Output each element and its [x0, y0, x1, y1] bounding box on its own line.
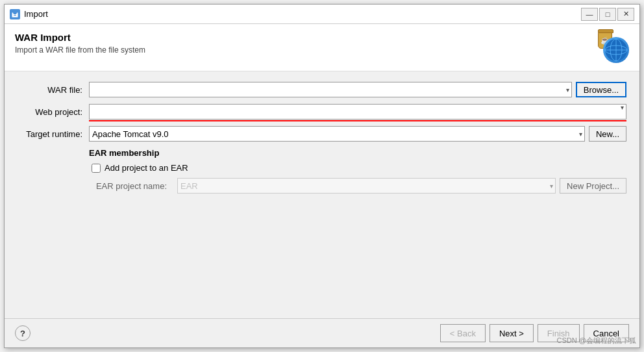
target-runtime-select-wrap: Apache Tomcat v9.0 ▾: [89, 126, 585, 142]
target-runtime-select[interactable]: Apache Tomcat v9.0: [89, 126, 585, 142]
add-ear-row: Add project to an EAR: [92, 163, 626, 173]
web-project-select-wrap: ▾: [89, 104, 626, 119]
window-icon: [10, 9, 20, 19]
content-area: WAR file: ▾ Browse... Web project:: [5, 71, 639, 318]
ear-section-title: EAR membership: [89, 148, 626, 158]
ear-project-name-label: EAR project name:: [89, 181, 173, 191]
war-file-row: WAR file: ▾ Browse...: [18, 82, 626, 97]
ear-membership-section: EAR membership Add project to an EAR EAR…: [18, 148, 626, 194]
window-controls: — □ ✕: [581, 8, 634, 21]
next-button[interactable]: Next >: [489, 324, 534, 342]
window-title: Import: [24, 9, 48, 19]
jar-lid: [598, 29, 613, 33]
close-button[interactable]: ✕: [617, 8, 634, 21]
new-project-button: New Project...: [560, 178, 626, 194]
target-runtime-input-wrap: Apache Tomcat v9.0 ▾ New...: [89, 126, 626, 142]
minimize-button[interactable]: —: [581, 8, 598, 21]
title-bar: Import — □ ✕: [5, 5, 639, 24]
header-icon-wrap: ☕: [598, 32, 629, 63]
svg-rect-3: [14, 15, 16, 16]
maximize-button[interactable]: □: [599, 8, 616, 21]
target-runtime-label: Target runtime:: [18, 129, 89, 139]
globe-icon: [603, 37, 629, 63]
war-file-input-wrap: ▾ Browse...: [89, 82, 626, 97]
war-file-select[interactable]: [89, 82, 572, 97]
page-title: WAR Import: [15, 32, 145, 43]
import-dialog: Import — □ ✕ WAR Import Import a WAR fil…: [4, 4, 640, 348]
back-button[interactable]: < Back: [440, 324, 486, 342]
page-subtitle: Import a WAR file from the file system: [15, 45, 145, 55]
ear-project-name-row: EAR project name: EAR ▾ New Project...: [89, 178, 626, 194]
svg-rect-2: [14, 14, 16, 14]
svg-rect-1: [13, 11, 17, 14]
ear-project-select-wrap: EAR ▾: [177, 178, 556, 194]
target-runtime-row: Target runtime: Apache Tomcat v9.0 ▾ New…: [18, 126, 626, 142]
war-file-label: WAR file:: [18, 85, 89, 95]
title-bar-left: Import: [10, 9, 48, 19]
header-section: WAR Import Import a WAR file from the fi…: [5, 24, 639, 71]
add-ear-checkbox[interactable]: [92, 164, 101, 173]
new-runtime-button[interactable]: New...: [589, 126, 626, 142]
watermark: CSDN @会编程的流下狐: [557, 336, 636, 346]
help-button[interactable]: ?: [15, 325, 31, 341]
footer-left: ?: [15, 325, 31, 341]
add-ear-label[interactable]: Add project to an EAR: [105, 163, 188, 173]
web-project-select[interactable]: [89, 104, 626, 119]
browse-button[interactable]: Browse...: [576, 82, 626, 97]
ear-project-select: EAR: [177, 178, 556, 194]
header-text: WAR Import Import a WAR file from the fi…: [15, 32, 145, 55]
war-file-select-wrap: ▾: [89, 82, 572, 97]
web-project-label: Web project:: [18, 107, 89, 117]
dialog-footer: ? < Back Next > Finish Cancel: [5, 318, 639, 347]
web-project-input-wrap: ▾: [89, 104, 626, 119]
web-project-row: Web project: ▾: [18, 104, 626, 119]
